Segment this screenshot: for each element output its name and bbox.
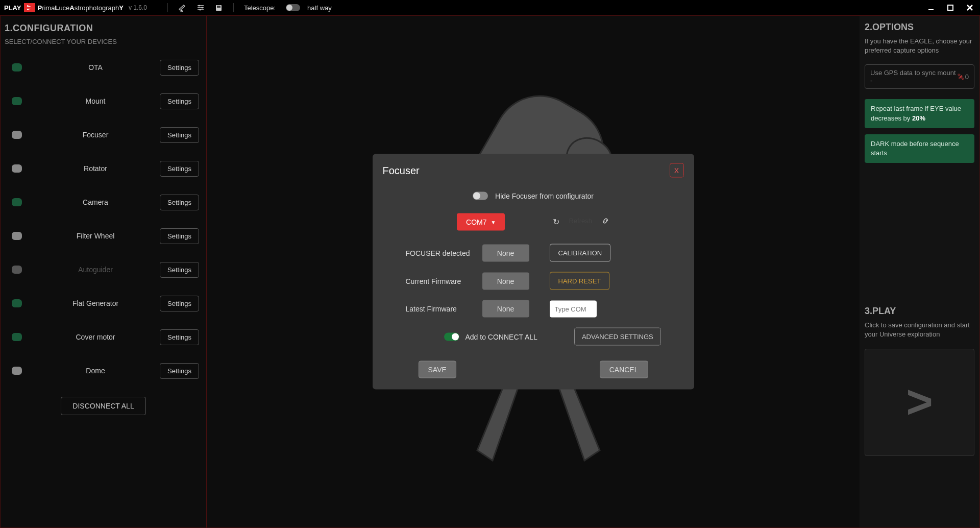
device-name: Autoguider [31,266,160,274]
device-name: Mount [31,97,160,105]
detected-value: None [482,244,529,261]
modal-title: Focuser [383,164,420,176]
svg-point-2 [199,9,201,11]
device-settings-button[interactable]: Settings [160,296,199,311]
advanced-settings-button[interactable]: ADVANCED SETTINGS [574,328,661,346]
options-title: 2.OPTIONS [865,22,974,33]
hard-reset-button[interactable]: HARD RESET [550,272,610,290]
svg-rect-16 [12,367,22,375]
device-icon [8,227,26,245]
top-bar: PLAY PrimaLuceAstrophotographY v 1.6.0 T… [0,0,980,15]
telescope-toggle[interactable] [286,4,300,11]
device-row-camera: Camera Settings [5,185,202,219]
divider [167,3,168,12]
device-settings-button[interactable]: Settings [160,60,199,76]
svg-rect-8 [12,97,22,105]
device-icon [8,260,26,279]
device-settings-button[interactable]: Settings [160,262,199,278]
repeat-frame-option[interactable]: Repeat last frame if EYE value decreases… [865,99,974,128]
device-row-ota: OTA Settings [5,51,202,84]
svg-rect-9 [12,131,22,139]
cancel-button[interactable]: CANCEL [600,361,648,378]
logo-icon [24,3,35,12]
play-label: PLAY [4,4,21,12]
configuration-subtitle: SELECT/CONNECT YOUR DEVICES [5,38,202,45]
disconnect-all-button[interactable]: DISCONNECT ALL [61,397,145,415]
gps-count: 0 [965,73,969,81]
device-icon [8,159,26,178]
svg-rect-15 [12,333,22,341]
save-button[interactable]: SAVE [419,361,456,378]
configuration-title: 1.CONFIGURATION [5,23,202,34]
maximize-icon[interactable] [944,2,957,14]
device-settings-button[interactable]: Settings [160,329,199,345]
telescope-icon[interactable] [177,3,187,13]
device-settings-button[interactable]: Settings [160,93,199,109]
svg-rect-10 [12,164,22,173]
play-desc: Click to save configuration and start yo… [865,321,974,339]
version-label: v 1.6.0 [129,4,147,11]
refresh-icon[interactable]: ↻ [553,217,559,227]
modal-close-button[interactable]: X [670,163,684,178]
com-port-dropdown[interactable]: COM7▼ [457,213,505,231]
svg-rect-6 [948,5,953,10]
device-icon [8,328,26,346]
device-row-filter-wheel: Filter Wheel Settings [5,219,202,253]
device-name: Flat Generator [31,299,160,307]
configuration-panel: 1.CONFIGURATION SELECT/CONNECT YOUR DEVI… [0,15,207,528]
play-arrow-icon: > [906,376,933,428]
device-row-focuser: Focuser Settings [5,118,202,152]
satellite-icon: 🛰 [958,73,964,81]
chevron-down-icon: ▼ [491,219,496,225]
link-icon[interactable] [601,217,609,227]
add-connect-all-label: Add to CONNECT ALL [465,332,537,341]
minimize-icon[interactable] [925,2,937,14]
type-com-input[interactable] [550,300,597,317]
svg-rect-14 [12,299,22,307]
device-icon [8,126,26,144]
device-name: Dome [31,367,160,375]
svg-rect-12 [12,232,22,240]
device-row-flat-generator: Flat Generator Settings [5,286,202,320]
device-row-autoguider: Autoguider Settings [5,253,202,286]
play-button[interactable]: > [865,349,974,456]
hide-focuser-toggle[interactable] [473,192,488,200]
device-row-mount: Mount Settings [5,84,202,118]
add-connect-all-toggle[interactable] [444,332,459,341]
device-icon [8,362,26,380]
device-icon [8,193,26,211]
device-settings-button[interactable]: Settings [160,228,199,244]
brand-name: PrimaLuceAstrophotographY [37,4,123,12]
close-icon[interactable] [964,2,976,14]
device-name: Filter Wheel [31,232,160,240]
device-settings-button[interactable]: Settings [160,363,199,379]
device-row-dome: Dome Settings [5,354,202,388]
center-canvas: Focuser X Hide Focuser from configurator… [207,15,860,528]
device-row-rotator: Rotator Settings [5,152,202,185]
play-title: 3.PLAY [865,306,974,317]
halfway-label: half way [307,4,332,12]
focuser-modal: Focuser X Hide Focuser from configurator… [373,154,694,390]
detected-label: FOCUSER detected [406,249,482,257]
device-settings-button[interactable]: Settings [160,161,199,177]
options-panel: 2.OPTIONS If you have the EAGLE, choose … [860,15,980,528]
svg-rect-13 [12,266,22,274]
latest-firmware-label: Latest Firmware [406,305,482,313]
device-row-cover-motor: Cover motor Settings [5,320,202,354]
gps-sync-option[interactable]: Use GPS data to sync mount - 🛰 0 [865,64,974,89]
calibration-button[interactable]: CALIBRATION [550,244,611,262]
device-icon [8,294,26,313]
hide-focuser-label: Hide Focuser from configurator [495,192,594,200]
save-disk-icon[interactable] [214,3,224,13]
current-firmware-value: None [482,272,529,290]
device-settings-button[interactable]: Settings [160,195,199,210]
device-icon [8,92,26,110]
svg-rect-4 [217,6,220,8]
svg-rect-7 [12,63,22,71]
device-icon [8,58,26,77]
device-settings-button[interactable]: Settings [160,127,199,143]
device-name: Rotator [31,164,160,173]
sliders-icon[interactable] [195,3,206,13]
dark-mode-option[interactable]: DARK mode before sequence starts [865,134,974,163]
svg-rect-11 [12,198,22,206]
